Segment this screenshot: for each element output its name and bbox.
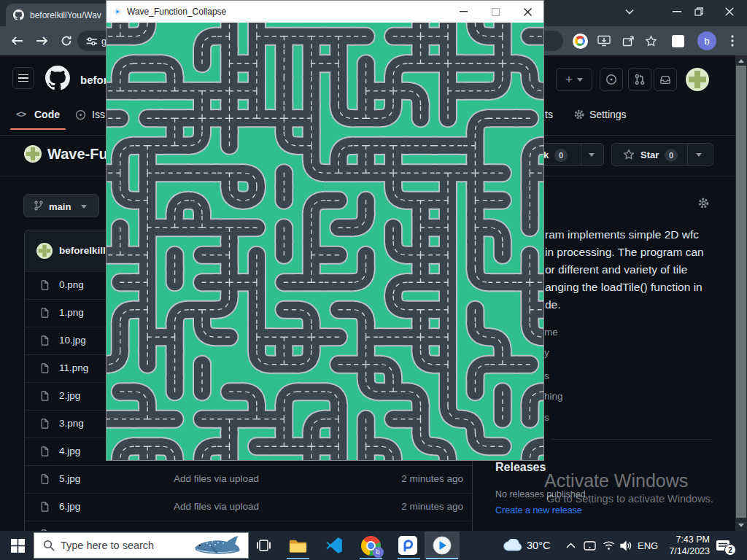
star-label: Star	[640, 149, 659, 160]
google-logo-icon[interactable]	[568, 29, 592, 52]
user-avatar[interactable]	[686, 68, 709, 91]
wfc-window-taskbar-button[interactable]	[425, 532, 460, 559]
volume-icon[interactable]	[619, 538, 633, 553]
commit-author-avatar[interactable]	[36, 243, 53, 259]
search-placeholder: Type here to search	[61, 540, 193, 551]
temperature-text[interactable]: 30°C	[527, 540, 550, 551]
file-table-row: 6.jpg Add files via upload 2 minutes ago	[25, 493, 472, 521]
github-logo-icon[interactable]	[45, 66, 70, 90]
file-name-link[interactable]: 10.jpg	[59, 335, 86, 346]
whale-shark-image	[193, 534, 245, 556]
chrome-open-indicator	[360, 558, 382, 559]
language-indicator[interactable]: ENG	[638, 540, 658, 551]
about-meta-fragment-watching: hing	[544, 391, 563, 402]
commit-author-fragment[interactable]: beforelkill	[59, 245, 106, 256]
hamburger-menu-button[interactable]	[12, 67, 34, 89]
commit-message-link[interactable]: Add files via upload	[174, 501, 259, 512]
tray-chevron-up-icon[interactable]	[563, 538, 578, 553]
repo-avatar	[24, 145, 42, 163]
scrollbar-thumb[interactable]	[736, 66, 746, 518]
star-button[interactable]: Star 0	[611, 143, 713, 166]
create-new-button[interactable]: +	[556, 68, 592, 91]
notification-center-button[interactable]: 2	[713, 537, 734, 556]
branch-selector-button[interactable]: main	[23, 194, 99, 217]
search-icon	[43, 540, 55, 551]
create-release-link[interactable]: Create a new release	[495, 505, 582, 516]
about-gear-icon[interactable]	[697, 197, 710, 209]
chevron-down-icon	[577, 78, 583, 82]
file-icon	[39, 335, 50, 346]
tray-device-icon[interactable]	[582, 538, 597, 553]
file-name-link[interactable]: 5.jpg	[59, 473, 80, 484]
branch-name: main	[49, 201, 71, 212]
pull-requests-header-icon[interactable]	[628, 68, 651, 91]
tab-insights-fragment[interactable]: ts	[545, 109, 553, 120]
inbox-icon[interactable]	[654, 68, 677, 91]
file-name-link[interactable]: 11.png	[59, 362, 88, 373]
star-icon	[623, 149, 635, 160]
file-name-link[interactable]: 1.png	[59, 307, 84, 318]
vscode-icon[interactable]	[323, 534, 345, 556]
branch-icon	[34, 201, 44, 211]
commit-message-link[interactable]: Add files via upload	[174, 473, 259, 484]
share-icon[interactable]	[616, 29, 640, 52]
file-table-row: 7.jpg Add files via upload 2 minutes ago	[25, 521, 472, 531]
file-name-link[interactable]: 6.jpg	[59, 501, 80, 512]
tab-code[interactable]: Code	[34, 109, 60, 120]
wifi-icon[interactable]	[601, 538, 616, 553]
clock-time: 7:43 PM	[659, 534, 710, 545]
processing-app-icon[interactable]	[398, 535, 418, 556]
popup-maximize-button[interactable]	[479, 1, 511, 23]
popup-title: Wave_Function_Collapse	[127, 7, 447, 17]
task-view-button[interactable]	[254, 536, 273, 555]
fork-caret-icon[interactable]	[589, 153, 595, 157]
side-panel-icon[interactable]	[672, 35, 684, 47]
install-app-icon[interactable]	[592, 29, 616, 52]
bookmark-star-icon[interactable]	[639, 29, 662, 52]
about-meta-fragment-activity: y	[544, 347, 549, 358]
processing-open-indicator	[398, 558, 420, 559]
breadcrumb-account-fragment[interactable]: befor	[80, 74, 108, 86]
fork-count-badge: 0	[554, 149, 568, 162]
plus-icon: +	[565, 72, 573, 87]
browser-close-button[interactable]	[715, 0, 744, 23]
scrollbar-down-arrow[interactable]	[735, 520, 747, 530]
reload-button[interactable]	[55, 30, 77, 52]
file-name-link[interactable]: 3.png	[59, 418, 84, 429]
scrollbar-up-arrow[interactable]	[735, 55, 747, 66]
browser-menu-icon[interactable]	[721, 29, 744, 52]
clock[interactable]: 7:43 PM 7/14/2023	[659, 534, 710, 557]
start-button[interactable]	[6, 535, 29, 556]
tab-search-button[interactable]	[615, 0, 644, 23]
commit-time: 2 minutes ago	[401, 501, 463, 512]
repo-title-fragment[interactable]: Wave-Fu	[47, 146, 108, 163]
file-name-link[interactable]: 2.jpg	[59, 390, 80, 401]
taskbar-search-input[interactable]: Type here to search	[34, 532, 249, 559]
file-icon	[39, 307, 50, 319]
tab-settings[interactable]: Settings	[589, 109, 627, 120]
tab-issues-fragment[interactable]: Iss	[92, 109, 105, 120]
wave-function-collapse-window[interactable]: Wave_Function_Collapse	[106, 0, 544, 461]
browser-restore-button[interactable]	[684, 0, 713, 23]
popup-minimize-button[interactable]	[447, 1, 479, 23]
chrome-icon[interactable]: b	[360, 534, 382, 556]
file-icon	[39, 501, 50, 513]
site-settings-icon[interactable]	[86, 36, 97, 46]
wfc-pattern-canvas	[107, 23, 543, 460]
star-caret-icon[interactable]	[696, 153, 702, 157]
profile-avatar[interactable]: b	[697, 31, 716, 50]
weather-cloud-icon[interactable]	[502, 537, 524, 553]
file-icon	[39, 390, 50, 402]
fork-label-fragment: k	[543, 149, 549, 160]
forward-button[interactable]	[31, 30, 53, 52]
about-line-3: or different and variety of tile	[545, 263, 687, 276]
file-explorer-icon[interactable]	[287, 534, 309, 556]
issues-header-icon[interactable]	[600, 68, 623, 91]
back-button[interactable]	[6, 30, 28, 52]
file-name-link[interactable]: 0.png	[59, 279, 84, 290]
file-icon	[39, 446, 50, 457]
popup-titlebar[interactable]: Wave_Function_Collapse	[107, 1, 543, 23]
github-favicon	[13, 9, 24, 20]
file-name-link[interactable]: 4.jpg	[59, 446, 80, 456]
popup-close-button[interactable]	[511, 1, 543, 23]
